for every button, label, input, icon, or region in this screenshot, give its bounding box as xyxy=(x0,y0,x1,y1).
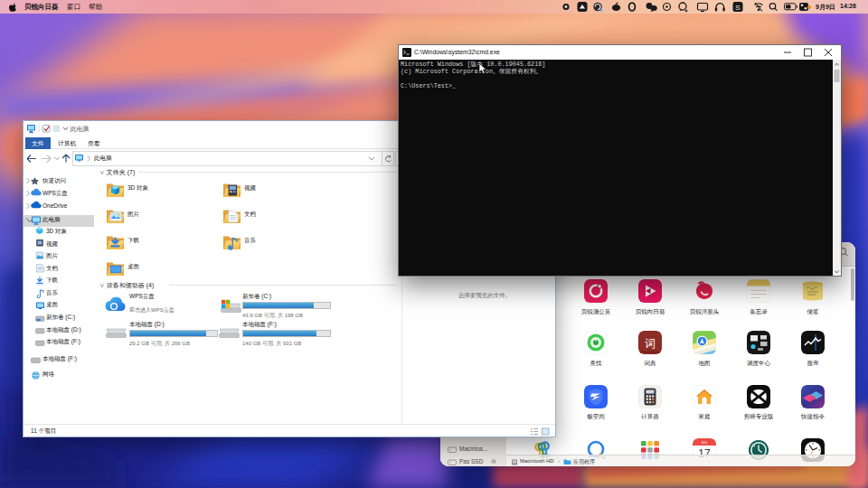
svg-text:S: S xyxy=(735,4,740,12)
svg-text:词: 词 xyxy=(645,337,656,350)
svg-text:JUL: JUL xyxy=(701,440,708,445)
